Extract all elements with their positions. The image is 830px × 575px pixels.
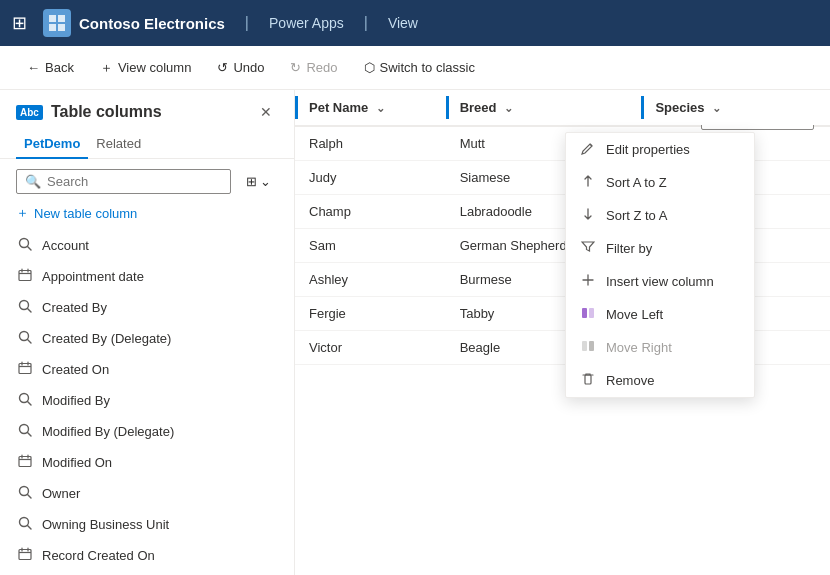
back-icon: ← — [27, 60, 40, 75]
context-menu-item-sort-z-to-a[interactable]: Sort Z to A — [566, 199, 754, 232]
svg-line-21 — [28, 433, 32, 437]
svg-rect-2 — [49, 24, 56, 31]
list-item-label: Record Created On — [42, 548, 155, 563]
close-icon[interactable]: ✕ — [254, 102, 278, 122]
nav-separator: | — [245, 14, 249, 32]
ctx-label: Sort A to Z — [606, 175, 667, 190]
view-column-button[interactable]: ＋ View column — [89, 53, 202, 83]
undo-icon: ↺ — [217, 60, 228, 75]
sidebar-tabs: PetDemo Related — [0, 130, 294, 159]
context-menu-item-edit-properties[interactable]: Edit properties — [566, 133, 754, 166]
redo-button[interactable]: ↻ Redo — [279, 54, 348, 81]
svg-rect-38 — [582, 341, 587, 351]
ctx-label: Edit properties — [606, 142, 690, 157]
list-item[interactable]: Modified By (Delegate) — [0, 416, 294, 447]
new-column-button[interactable]: ＋ New table column — [0, 200, 294, 230]
filter-button[interactable]: ⊞ ⌄ — [239, 169, 278, 194]
list-item-label: Account — [42, 238, 89, 253]
nav-divider2: | — [364, 14, 368, 32]
list-item-icon — [16, 423, 34, 440]
svg-line-27 — [28, 495, 32, 499]
cell-pet-name: Ralph — [295, 126, 446, 161]
list-item[interactable]: Record Created On — [0, 540, 294, 571]
tab-related[interactable]: Related — [88, 130, 149, 159]
list-item[interactable]: Account — [0, 230, 294, 261]
switch-label: Switch to classic — [380, 60, 475, 75]
main-layout: Abc Table columns ✕ PetDemo Related 🔍 ⊞ … — [0, 90, 830, 575]
col-breed[interactable]: Breed ⌄ — [446, 90, 642, 126]
svg-rect-30 — [19, 550, 31, 560]
list-item[interactable]: Owner — [0, 478, 294, 509]
list-item[interactable]: Owning Business Unit — [0, 509, 294, 540]
back-label: Back — [45, 60, 74, 75]
cell-pet-name: Fergie — [295, 297, 446, 331]
list-item-icon — [16, 516, 34, 533]
svg-line-29 — [28, 526, 32, 530]
plus-icon: ＋ — [100, 59, 113, 77]
cell-pet-name: Sam — [295, 229, 446, 263]
svg-rect-3 — [58, 24, 65, 31]
nav-power-apps[interactable]: Power Apps — [269, 15, 344, 31]
list-item-icon — [16, 299, 34, 316]
svg-line-5 — [28, 247, 32, 251]
context-menu-item-filter-by[interactable]: Filter by — [566, 232, 754, 265]
grid-icon[interactable]: ⊞ — [12, 12, 27, 34]
ctx-icon — [580, 339, 596, 356]
search-row: 🔍 ⊞ ⌄ — [0, 159, 294, 200]
chevron-down-icon: ⌄ — [504, 102, 513, 114]
search-input[interactable] — [47, 174, 222, 189]
filter-icon: ⊞ — [246, 174, 257, 189]
sidebar-list: AccountAppointment dateCreated ByCreated… — [0, 230, 294, 575]
svg-rect-37 — [589, 308, 594, 318]
list-item-label: Created By — [42, 300, 107, 315]
ctx-label: Filter by — [606, 241, 652, 256]
sidebar-header: Abc Table columns ✕ — [0, 90, 294, 130]
list-item[interactable]: Created By — [0, 292, 294, 323]
svg-rect-36 — [582, 308, 587, 318]
ctx-label: Move Right — [606, 340, 672, 355]
back-button[interactable]: ← Back — [16, 54, 85, 81]
col-species-label: Species — [655, 100, 704, 115]
svg-rect-6 — [19, 271, 31, 281]
ctx-icon — [580, 372, 596, 389]
svg-rect-39 — [589, 341, 594, 351]
new-column-label: New table column — [34, 206, 137, 221]
svg-rect-1 — [58, 15, 65, 22]
ctx-icon — [580, 141, 596, 158]
cell-pet-name: Judy — [295, 161, 446, 195]
list-item[interactable]: Modified By — [0, 385, 294, 416]
undo-button[interactable]: ↺ Undo — [206, 54, 275, 81]
context-menu-item-sort-a-to-z[interactable]: Sort A to Z — [566, 166, 754, 199]
nav-view[interactable]: View — [388, 15, 418, 31]
list-item-icon — [16, 237, 34, 254]
list-item-icon — [16, 330, 34, 347]
context-menu-item-remove[interactable]: Remove — [566, 364, 754, 397]
ctx-label: Remove — [606, 373, 654, 388]
col-species[interactable]: Species ⌄ — [641, 90, 830, 126]
top-navigation: ⊞ Contoso Electronics | Power Apps | Vie… — [0, 0, 830, 46]
list-item[interactable]: Created By (Delegate) — [0, 323, 294, 354]
content-area: ＋ View column Pet Name ⌄ Breed ⌄ — [295, 90, 830, 575]
context-menu-item-move-left[interactable]: Move Left — [566, 298, 754, 331]
chevron-down-icon: ⌄ — [712, 102, 721, 114]
svg-rect-40 — [585, 375, 591, 384]
list-item[interactable]: Modified On — [0, 447, 294, 478]
list-item-icon — [16, 268, 34, 285]
col-pet-name[interactable]: Pet Name ⌄ — [295, 90, 446, 126]
cell-pet-name: Victor — [295, 331, 446, 365]
svg-rect-0 — [49, 15, 56, 22]
search-icon: 🔍 — [25, 174, 41, 189]
list-item[interactable]: Appointment date — [0, 261, 294, 292]
tab-petdemo[interactable]: PetDemo — [16, 130, 88, 159]
sidebar-title: Table columns — [51, 103, 162, 121]
plus-icon: ＋ — [16, 204, 29, 222]
search-box[interactable]: 🔍 — [16, 169, 231, 194]
list-item[interactable]: Created On — [0, 354, 294, 385]
logo-icon — [43, 9, 71, 37]
context-menu-item-insert-view-column[interactable]: Insert view column — [566, 265, 754, 298]
switch-classic-button[interactable]: ⬡ Switch to classic — [353, 54, 486, 81]
svg-line-19 — [28, 402, 32, 406]
ctx-icon — [580, 273, 596, 290]
list-item-icon — [16, 361, 34, 378]
chevron-down-icon: ⌄ — [260, 174, 271, 189]
